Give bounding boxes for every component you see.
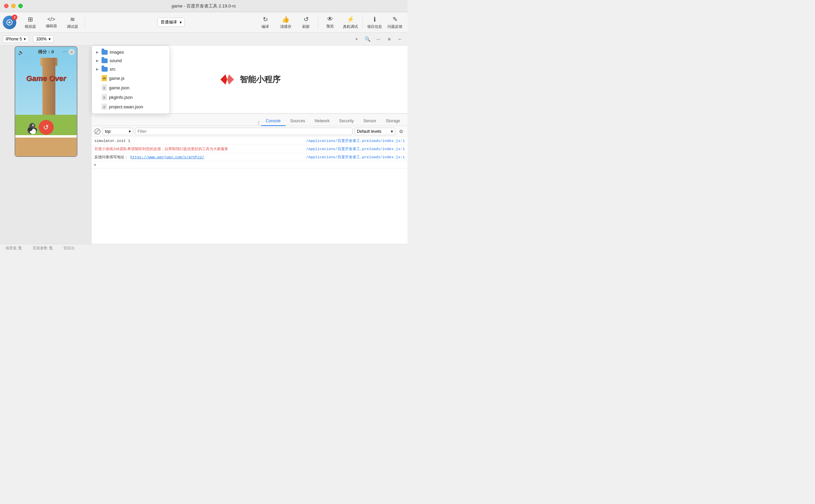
real-debug-label: 真机调试	[343, 24, 358, 29]
project-info-button[interactable]: ℹ 项目信息	[365, 14, 384, 31]
console-line: simulator.init 1 /Applications/百度开发者工…pr…	[92, 137, 408, 145]
file-name-sound: sound	[110, 58, 122, 63]
separator-3	[362, 16, 363, 29]
no-sign-icon[interactable]	[94, 128, 101, 134]
add-button[interactable]: ＋	[352, 34, 361, 44]
zoom-arrow: ▾	[49, 37, 51, 41]
dev-tools: ⋮ Console Sources Network Security Senso…	[92, 113, 408, 244]
refresh-label: 刷新	[302, 24, 310, 29]
search-button[interactable]: 🔍	[363, 34, 372, 44]
json-file-icon: {}	[102, 104, 107, 110]
game-header: 🔊 得分：0 ⋯ ✕	[15, 47, 77, 58]
file-item-gamejson[interactable]: {} game.json	[92, 83, 169, 92]
expand-arrow-icon: ▶	[96, 50, 99, 54]
file-name-pkginfo: pkginfo.json	[109, 95, 132, 100]
back-button[interactable]: ←	[395, 34, 405, 44]
tab-security[interactable]: Security	[334, 116, 359, 126]
zoom-value: 100%	[36, 37, 47, 41]
baidu-logo-text: 智能小程序	[240, 74, 280, 85]
default-levels-select[interactable]: Default levels ▾	[355, 128, 395, 135]
scene-label: 场景值	[5, 246, 17, 251]
sand-area	[15, 138, 77, 156]
file-item-pkginfo[interactable]: {} pkginfo.json	[92, 92, 169, 102]
minimize-button[interactable]	[11, 4, 16, 8]
expand-icon[interactable]: ▶	[94, 163, 96, 167]
editor-button[interactable]: </> 编辑器	[41, 14, 61, 31]
file-item-images[interactable]: ▶ images	[92, 48, 169, 56]
tab-network[interactable]: Network	[310, 116, 334, 126]
tab-sources[interactable]: Sources	[286, 116, 310, 126]
maximize-button[interactable]	[18, 4, 23, 8]
file-item-src[interactable]: ▶ src	[92, 65, 169, 73]
logo-icon	[5, 18, 14, 26]
folder-icon	[102, 67, 108, 72]
bird	[25, 121, 39, 136]
preview-button[interactable]: 👁 预览	[320, 14, 340, 31]
menu-dots-icon: ⋯	[62, 49, 67, 54]
top-selector-arrow: ▾	[129, 129, 131, 134]
toolbar-middle: 普通编译 ▾	[88, 18, 254, 27]
console-expand-line[interactable]: ▶	[92, 161, 408, 168]
console-link-1[interactable]: /Applications/百度开发者工…preloads/index.js:1	[306, 138, 405, 143]
more-icon[interactable]: ⋮	[256, 120, 261, 126]
device-name: iPhone 5	[6, 37, 22, 41]
tab-console[interactable]: Console	[261, 116, 286, 126]
console-text-warning: 百度小游戏IDE团队希望能听到您的反馈，以帮助我们提供更好的工具为大家服务	[94, 146, 304, 151]
feedback-label: 问题反馈	[387, 24, 402, 29]
console-link-feedback[interactable]: /Applications/百度开发者工…preloads/index.js:1	[306, 155, 405, 160]
feedback-button[interactable]: ✎ 问题反馈	[385, 14, 405, 31]
simulator-button[interactable]: ⊞ 模拟器	[20, 14, 40, 31]
simulator-label: 模拟器	[25, 24, 36, 29]
gear-icon[interactable]: ⚙	[397, 128, 405, 135]
compile-label: 编译	[261, 24, 269, 29]
zoom-select[interactable]: 100% ▾	[33, 35, 54, 43]
compile-button[interactable]: ↻ 编译	[255, 14, 275, 31]
clear-cache-icon: 👍	[282, 16, 289, 23]
refresh-button[interactable]: ↺ 刷新	[296, 14, 316, 31]
editor-icon: </>	[47, 16, 55, 22]
feedback-icon: ✎	[393, 16, 398, 23]
sub-toolbar: iPhone 5 ▾ 100% ▾ ＋ 🔍 ··· ≡ ←	[0, 33, 408, 46]
close-button[interactable]	[4, 4, 8, 8]
feedback-link[interactable]: https://www.wenjuan.com/s/aYVFz2/	[130, 155, 204, 159]
device-select[interactable]: iPhone 5 ▾	[3, 35, 29, 43]
separator-2	[318, 16, 318, 29]
file-item-sound[interactable]: ▶ sound	[92, 56, 169, 65]
sound-icon: 🔊	[18, 50, 24, 55]
compile-mode-select[interactable]: 普通编译 ▾	[158, 18, 185, 27]
debugger-button[interactable]: ≋ 调试器	[62, 14, 82, 31]
status-page-params: 页面参数 无	[33, 246, 53, 251]
list-button[interactable]: ≡	[384, 34, 394, 44]
console-content: simulator.init 1 /Applications/百度开发者工…pr…	[92, 137, 408, 244]
svg-point-5	[33, 125, 34, 126]
score-text: 得分：0	[38, 49, 54, 55]
folder-icon	[102, 50, 108, 55]
clear-cache-label: 清缓存	[280, 24, 291, 29]
top-selector[interactable]: top ▾	[103, 128, 133, 135]
clear-cache-button[interactable]: 👍 清缓存	[276, 14, 295, 31]
console-link-warning[interactable]: /Applications/百度开发者工…preloads/index.js:1	[306, 146, 405, 151]
logo: 3	[3, 16, 16, 29]
file-item-gamejs[interactable]: JS game.js	[92, 73, 169, 83]
more-button[interactable]: ···	[374, 34, 383, 44]
file-item-projectswan[interactable]: {} project.swan.json	[92, 102, 169, 111]
editor-label: 编辑器	[46, 23, 57, 29]
default-levels-arrow: ▾	[391, 129, 393, 134]
compile-mode-value: 普通编译	[161, 19, 177, 25]
game-screen: 🔊 得分：0 ⋯ ✕ Game Over ↺	[15, 47, 77, 156]
background-label: 切后台	[64, 246, 75, 251]
json-file-icon: {}	[102, 94, 107, 100]
tab-sensor[interactable]: Sensor	[359, 116, 381, 126]
status-background: 切后台	[64, 246, 76, 251]
real-debug-button[interactable]: ⚡ 真机调试	[341, 14, 360, 31]
close-icon[interactable]: ✕	[69, 49, 75, 55]
restart-button[interactable]: ↺	[39, 120, 54, 135]
phone-frame: 🔊 得分：0 ⋯ ✕ Game Over ↺	[15, 46, 77, 157]
baidu-logo: 智能小程序	[219, 71, 280, 88]
title-bar: game - 百度开发者工具 2.19.0-rc	[0, 0, 408, 12]
expand-arrow-icon: ▶	[96, 59, 99, 62]
tab-storage[interactable]: Storage	[381, 116, 405, 126]
console-text-1: simulator.init 1	[94, 139, 304, 143]
compile-icon: ↻	[263, 16, 268, 23]
filter-input[interactable]	[135, 128, 352, 135]
